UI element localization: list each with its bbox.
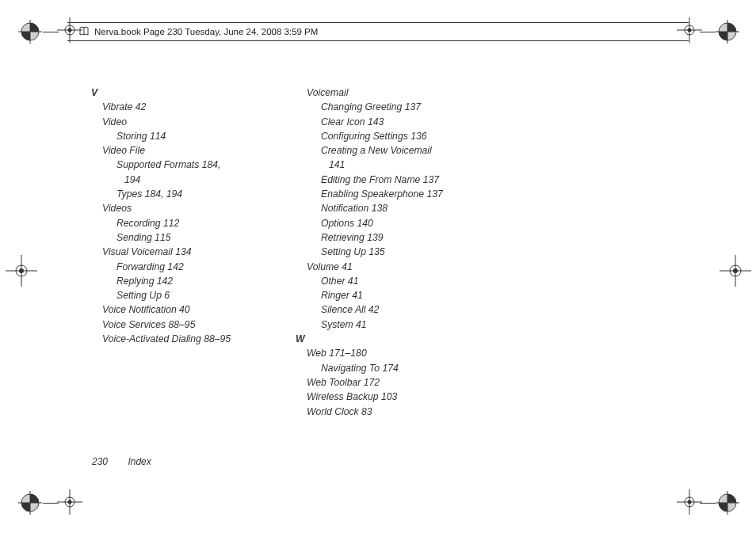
page-number: 230: [92, 456, 108, 467]
index-entry: Changing Greeting 137: [296, 100, 492, 114]
index-entry: System 41: [296, 318, 492, 332]
register-mark-bottom-left-icon: [18, 491, 42, 518]
index-entry: Voice-Activated Dialing 88–95: [91, 332, 288, 346]
index-entry: Wireless Backup 103: [296, 390, 492, 404]
header-text: Nerva.book Page 230 Tuesday, June 24, 20…: [94, 27, 318, 36]
index-column-1: V Vibrate 42VideoStoring 114Video FileSu…: [91, 86, 288, 419]
index-entry: Supported Formats 184,: [91, 158, 288, 172]
index-section-letter-v: V: [91, 86, 288, 100]
index-entry: Notification 138: [296, 201, 492, 215]
index-entry: Videos: [91, 201, 288, 215]
index-entry: Volume 41: [296, 260, 492, 274]
crop-mark-left-icon: [6, 255, 37, 290]
document-header: Nerva.book Page 230 Tuesday, June 24, 20…: [67, 22, 689, 41]
frame-line: [43, 32, 59, 32]
index-entry: Configuring Settings 136: [296, 129, 492, 143]
page-footer: 230 Index: [92, 456, 151, 467]
index-entry: Silence All 42: [296, 302, 492, 317]
frame-line: [700, 32, 716, 32]
register-mark-top-right-icon: [716, 20, 739, 47]
index-entry: Setting Up 135: [296, 245, 492, 259]
index-entry: Other 41: [296, 274, 492, 288]
crop-mark-right-icon: [720, 255, 751, 290]
index-entry: Sending 115: [91, 230, 288, 245]
index-entry: Options 140: [296, 216, 492, 230]
index-entry: Setting Up 6: [91, 288, 288, 302]
index-entry: Recording 112: [91, 216, 288, 230]
index-entry: Forwarding 142: [91, 260, 288, 274]
index-entry: Voice Notification 40: [91, 302, 288, 317]
register-mark-top-left-icon: [18, 20, 42, 47]
svg-point-19: [19, 268, 24, 273]
crop-target-bottom-left-icon: [57, 489, 82, 518]
index-entry: Storing 114: [91, 129, 288, 143]
index-entry: 141: [296, 158, 492, 172]
index-entry: Ringer 41: [296, 288, 492, 302]
index-entry: Voicemail: [296, 86, 492, 100]
index-entry: Types 184, 194: [91, 187, 288, 201]
index-entry: Retrieving 139: [296, 230, 492, 245]
index-entry: Web 171–180: [296, 346, 492, 360]
index-entry: Clear Icon 143: [296, 115, 492, 129]
register-mark-bottom-right-icon: [716, 491, 739, 518]
index-entry: Visual Voicemail 134: [91, 245, 288, 259]
index-entry: Video File: [91, 143, 288, 158]
index-entry: Navigating To 174: [296, 361, 492, 375]
crop-target-bottom-right-icon: [677, 489, 702, 518]
index-entry: World Clock 83: [296, 405, 492, 419]
index-entry: Enabling Speakerphone 137: [296, 187, 492, 201]
book-icon: [78, 26, 90, 37]
page-section-name: Index: [128, 456, 151, 467]
index-section-letter-w: W: [296, 332, 492, 346]
frame-line: [700, 503, 716, 504]
svg-point-35: [68, 500, 72, 504]
index-entry: Web Toolbar 172: [296, 375, 492, 390]
index-content: V Vibrate 42VideoStoring 114Video FileSu…: [91, 86, 670, 419]
svg-point-39: [688, 500, 692, 504]
index-entry: Voice Services 88–95: [91, 318, 288, 332]
svg-point-23: [733, 268, 738, 273]
index-entry: Editing the From Name 137: [296, 173, 492, 187]
index-entry: Vibrate 42: [91, 100, 288, 114]
index-entry: Video: [91, 115, 288, 129]
index-entry: Replying 142: [91, 274, 288, 288]
frame-line: [43, 503, 59, 504]
index-entry: Creating a New Voicemail: [296, 143, 492, 158]
index-entry: 194: [91, 173, 288, 187]
index-column-2: VoicemailChanging Greeting 137Clear Icon…: [296, 86, 492, 419]
